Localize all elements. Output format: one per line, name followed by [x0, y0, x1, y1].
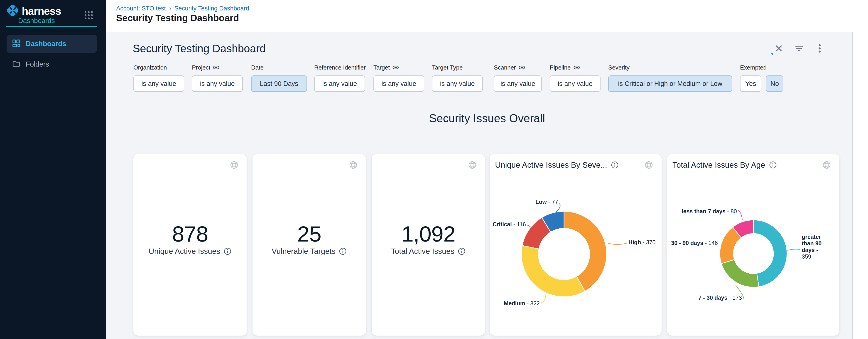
donut-slice [521, 246, 585, 297]
globe-icon[interactable] [229, 161, 239, 170]
filter-severity-value[interactable]: is Critical or High or Medium or Low [608, 76, 732, 92]
stat-card-unique-active-issues: 878 Unique Active Issues [133, 154, 247, 336]
chart-card-issues-by-age: greater than 90 days - 3597 - 30 days - … [667, 154, 839, 336]
filter-project: Project is any value [192, 64, 243, 92]
dashboard-title: Security Testing Dashboard [133, 42, 266, 55]
dashboard-content: Security Testing Dashboard Organization … [106, 32, 868, 339]
chart-card-issues-by-severity: High - 370Medium - 322Critical - 116Low … [490, 154, 661, 336]
stat-label: Unique Active Issues [133, 247, 247, 256]
label-leader-line [608, 243, 627, 245]
stat-label: Vulnerable Targets [252, 247, 366, 256]
filter-icon[interactable] [794, 43, 804, 54]
stat-card-vulnerable-targets: 25 Vulnerable Targets [252, 154, 366, 336]
info-icon[interactable] [611, 161, 619, 169]
filter-target-value[interactable]: is any value [373, 76, 424, 92]
globe-icon[interactable] [349, 161, 358, 170]
sidebar: harness Dashboards Dashboards [0, 0, 106, 339]
breadcrumb-chevron-icon: › [169, 4, 171, 12]
breadcrumb-account-link[interactable]: Account: STO test [116, 5, 166, 12]
globe-icon[interactable] [468, 161, 477, 170]
dashboard-toolbar [774, 43, 825, 54]
info-icon[interactable] [223, 247, 231, 255]
exempted-yes-button[interactable]: Yes [740, 76, 762, 92]
section-title: Security Issues Overall [133, 112, 841, 125]
chart-title: Unique Active Issues By Seve... [495, 161, 619, 169]
info-icon[interactable] [458, 247, 466, 255]
filter-label: Scanner [494, 64, 542, 72]
link-icon [574, 65, 580, 69]
breadcrumb: Account: STO test › Security Testing Das… [116, 4, 249, 12]
sidebar-item-dashboards[interactable]: Dashboards [7, 35, 97, 53]
kebab-menu-icon[interactable] [814, 43, 825, 54]
donut-slice [753, 220, 787, 287]
filter-label: Severity [608, 64, 732, 72]
label-leader-line [541, 295, 546, 303]
breadcrumb-dashboard-link[interactable]: Security Testing Dashboard [175, 5, 249, 12]
filter-organization: Organization is any value [133, 64, 184, 92]
folder-icon [12, 60, 20, 68]
page-title: Security Testing Dashboard [116, 13, 239, 23]
label-leader-line [787, 249, 800, 250]
filter-exempted: Exempted Yes No [740, 64, 783, 92]
filter-severity: Severity is Critical or High or Medium o… [608, 64, 732, 92]
sidebar-item-folders[interactable]: Folders [7, 55, 97, 73]
dashboards-icon [12, 39, 20, 48]
scrollbar-gutter[interactable] [852, 32, 868, 339]
globe-icon[interactable] [644, 161, 653, 170]
stat-label: Total Active Issues [372, 247, 485, 256]
harness-logo[interactable]: harness [6, 4, 61, 18]
filter-target-type: Target Type is any value [432, 64, 483, 92]
filter-date-value[interactable]: Last 90 Days [251, 76, 307, 92]
cursor-dot [771, 53, 773, 55]
stat-value: 25 [252, 221, 366, 247]
sidebar-divider [6, 26, 97, 27]
filter-label: Target [373, 64, 424, 72]
stat-value: 878 [133, 221, 247, 247]
label-leader-line [556, 204, 560, 212]
filter-scanner-value[interactable]: is any value [494, 76, 542, 92]
sidebar-item-label: Folders [26, 60, 49, 68]
filter-reference-identifier-value[interactable]: is any value [314, 76, 365, 92]
filter-target: Target is any value [373, 64, 424, 92]
brand-name: harness [22, 5, 61, 17]
close-icon[interactable] [774, 43, 784, 54]
app-grid-icon[interactable] [84, 10, 94, 21]
sidebar-item-label: Dashboards [26, 40, 66, 48]
filter-label: Exempted [740, 64, 783, 72]
label-leader-line [736, 285, 743, 299]
filter-pipeline: Pipeline is any value [550, 64, 600, 92]
filter-reference-identifier: Reference Identifier is any value [314, 64, 366, 92]
filter-label: Target Type [432, 64, 483, 72]
filter-date: Date Last 90 Days [251, 64, 307, 92]
stat-card-total-active-issues: 1,092 Total Active Issues [372, 154, 485, 336]
chart-title: Total Active Issues By Age [673, 161, 777, 169]
product-name: Dashboards [18, 17, 55, 25]
filter-project-value[interactable]: is any value [192, 76, 243, 92]
label-leader-line [738, 210, 742, 220]
filter-organization-value[interactable]: is any value [133, 76, 184, 92]
filter-target-type-value[interactable]: is any value [432, 76, 483, 92]
link-icon [393, 65, 399, 69]
filter-scanner: Scanner is any value [494, 64, 542, 92]
donut-chart-severity[interactable]: High - 370Medium - 322Critical - 116Low … [490, 154, 661, 336]
page-header: Account: STO test › Security Testing Das… [106, 0, 868, 32]
exempted-no-button[interactable]: No [766, 76, 783, 92]
filter-label: Pipeline [550, 64, 600, 72]
link-icon [519, 65, 525, 69]
link-icon [213, 65, 219, 69]
globe-icon[interactable] [822, 161, 831, 170]
harness-logo-icon [6, 4, 20, 18]
filter-label: Organization [133, 64, 184, 72]
filter-label: Date [251, 64, 307, 72]
filter-label: Reference Identifier [314, 64, 366, 72]
info-icon[interactable] [339, 247, 347, 255]
donut-chart-age[interactable]: greater than 90 days - 3597 - 30 days - … [667, 154, 839, 336]
filter-label: Project [192, 64, 243, 72]
info-icon[interactable] [769, 161, 777, 169]
stat-value: 1,092 [372, 221, 485, 247]
donut-slice [721, 259, 759, 287]
filter-pipeline-value[interactable]: is any value [550, 76, 600, 92]
